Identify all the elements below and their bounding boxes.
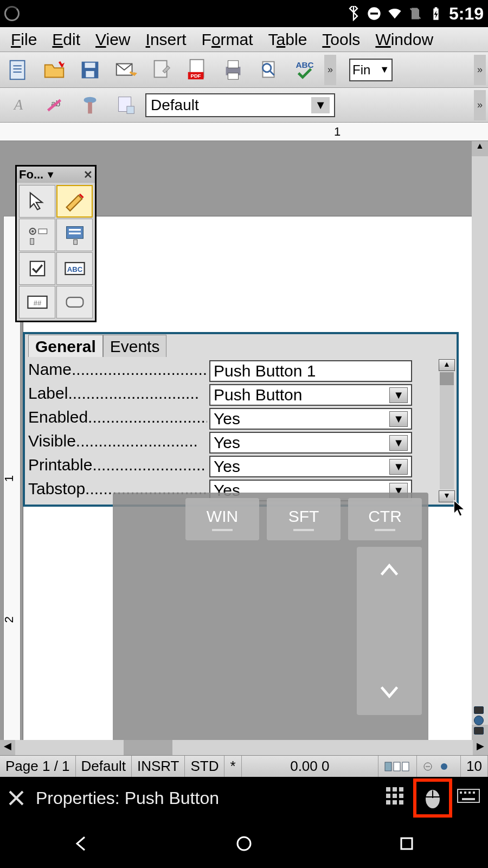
svg-rect-58	[393, 787, 397, 792]
scrollbar-track[interactable]	[440, 372, 454, 489]
vruler-mark-1: 1	[2, 475, 16, 482]
font-name-value: Fin	[352, 62, 370, 78]
prop-field-visible[interactable]: Yes▼	[209, 432, 412, 454]
svg-rect-39	[69, 229, 81, 231]
text-box-control-button[interactable]: ABC	[56, 252, 93, 285]
palette-titlebar[interactable]: Fo... ▼ ✕	[17, 167, 95, 183]
navigator-button[interactable]	[474, 716, 484, 725]
email-button[interactable]	[110, 55, 142, 85]
styles-button[interactable]: A	[2, 90, 35, 120]
menu-file[interactable]: File	[3, 28, 44, 51]
svg-rect-51	[402, 762, 409, 771]
new-style-button[interactable]	[110, 90, 142, 120]
svg-marker-33	[30, 193, 42, 210]
form-controls-palette[interactable]: Fo... ▼ ✕ ABC ##	[15, 165, 97, 322]
scroll-up-arrow[interactable]: ▲	[472, 141, 488, 156]
checkbox-control-button[interactable]	[19, 252, 55, 285]
menu-insert[interactable]: Insert	[138, 28, 194, 51]
export-pdf-button[interactable]: PDF	[181, 55, 214, 85]
open-document-button[interactable]	[38, 55, 70, 85]
print-button[interactable]	[217, 55, 249, 85]
design-mode-button[interactable]	[56, 185, 93, 218]
svg-rect-69	[458, 789, 479, 802]
svg-rect-41	[73, 240, 77, 245]
svg-rect-36	[38, 229, 47, 234]
next-page-button[interactable]	[474, 727, 484, 735]
menu-edit[interactable]: Edit	[44, 28, 88, 51]
new-document-button[interactable]	[2, 55, 35, 85]
menu-view[interactable]: View	[88, 28, 138, 51]
back-button[interactable]	[70, 833, 92, 854]
chevron-down-icon[interactable]: ▼	[389, 459, 408, 475]
chevron-down-icon[interactable]: ▼	[46, 169, 55, 181]
edit-document-button[interactable]	[145, 55, 178, 85]
status-page[interactable]: Page 1 / 1	[0, 756, 76, 777]
horizontal-ruler[interactable]: 1	[0, 123, 488, 141]
do-not-disturb-icon	[367, 6, 382, 21]
menu-table[interactable]: Table	[261, 28, 315, 51]
status-zoom-percent[interactable]: 10	[461, 756, 488, 777]
recent-apps-button[interactable]	[396, 833, 418, 854]
select-tool-button[interactable]	[19, 185, 55, 218]
status-selection-mode[interactable]: STD	[185, 756, 224, 777]
paint-format-button[interactable]	[74, 90, 106, 120]
push-button-control-button[interactable]	[56, 286, 93, 318]
horizontal-scrollbar[interactable]: ◀ ▶	[0, 740, 488, 755]
prop-field-label[interactable]: Push Button▼	[209, 384, 412, 406]
toolbar-overflow-button[interactable]: »	[324, 55, 336, 85]
status-modified: *	[224, 756, 241, 777]
arrow-up-icon[interactable]	[376, 558, 402, 584]
home-button[interactable]	[233, 833, 255, 854]
win-key[interactable]: WIN	[185, 498, 259, 540]
font-name-combo[interactable]: Fin ▼	[349, 59, 393, 81]
prop-field-enabled[interactable]: Yes▼	[209, 408, 412, 430]
vruler-mark-2: 2	[2, 616, 16, 623]
scroll-up-button[interactable]: ▲	[439, 359, 455, 371]
prop-field-name[interactable]: Push Button 1	[209, 360, 412, 382]
svg-rect-72	[468, 792, 471, 794]
chevron-down-icon[interactable]: ▼	[389, 387, 408, 403]
menu-tools[interactable]: Tools	[314, 28, 368, 51]
keyboard-icon[interactable]	[455, 783, 481, 813]
arrow-down-icon[interactable]	[376, 678, 402, 704]
menu-format[interactable]: Format	[194, 28, 261, 51]
print-preview-button[interactable]	[253, 55, 285, 85]
close-icon[interactable]: ✕	[84, 168, 93, 181]
vertical-scrollbar[interactable]: ▲ ▼	[472, 141, 488, 740]
tab-general[interactable]: General	[28, 335, 103, 357]
prop-field-printable[interactable]: Yes▼	[209, 456, 412, 477]
remote-session-title-bar: Properties: Push Button	[0, 777, 488, 819]
status-insert-mode[interactable]: INSRT	[132, 756, 185, 777]
toolbar2-overflow-button[interactable]: »	[474, 90, 486, 120]
scrollbar-thumb[interactable]	[440, 372, 454, 385]
svg-rect-70	[460, 792, 462, 794]
properties-dialog[interactable]: General Events Name.....................…	[23, 332, 459, 507]
svg-text:A: A	[13, 96, 23, 112]
spellcheck-button[interactable]: ABC	[288, 55, 321, 85]
grid-keyboard-icon[interactable]	[384, 783, 410, 813]
menu-window[interactable]: Window	[368, 28, 441, 51]
mouse-mode-button-highlighted[interactable]	[413, 778, 452, 818]
prop-label-name: Name..............................	[28, 360, 207, 382]
scroll-left-arrow[interactable]: ◀	[0, 740, 15, 755]
tab-events[interactable]: Events	[103, 335, 167, 357]
save-button[interactable]	[74, 55, 106, 85]
toolbar-overflow-button-2[interactable]: »	[474, 55, 486, 85]
chevron-down-icon[interactable]: ▼	[389, 435, 408, 451]
ctrl-key[interactable]: CTR	[348, 498, 422, 540]
scroll-right-arrow[interactable]: ▶	[473, 740, 488, 755]
paragraph-style-combo[interactable]: Default ▼	[145, 93, 335, 117]
shift-key[interactable]: SFT	[267, 498, 341, 540]
hscroll-thumb[interactable]	[124, 740, 172, 755]
close-icon[interactable]	[7, 788, 26, 808]
form-properties-button[interactable]	[56, 219, 93, 251]
status-view-layout[interactable]	[378, 756, 417, 777]
status-zoom-slider[interactable]	[417, 756, 461, 777]
status-page-style[interactable]: Default	[76, 756, 132, 777]
svg-rect-1	[370, 12, 378, 15]
chevron-down-icon[interactable]: ▼	[389, 411, 408, 427]
formatted-field-button[interactable]: ##	[19, 286, 55, 318]
control-properties-button[interactable]	[19, 219, 55, 251]
prev-page-button[interactable]	[474, 706, 484, 714]
highlighting-button[interactable]: ab	[38, 90, 70, 120]
